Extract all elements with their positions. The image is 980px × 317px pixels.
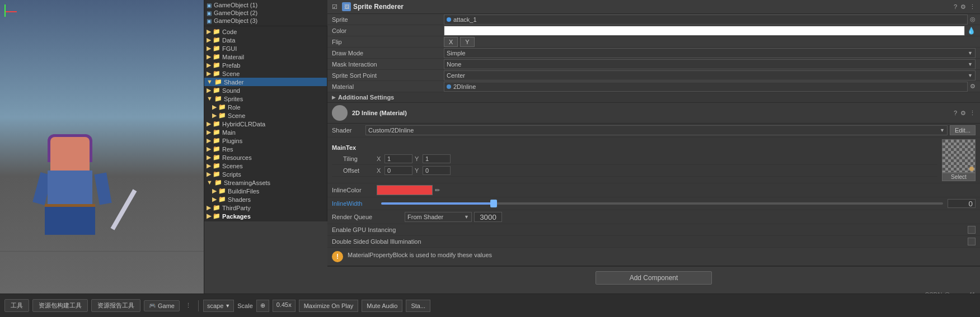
folder-streaming[interactable]: ▼ 📁 StreamingAssets: [204, 178, 327, 187]
material-dot: [447, 84, 451, 89]
material-help-icon[interactable]: ?: [954, 110, 957, 117]
offset-x-item: X: [377, 166, 412, 175]
flip-buttons: X Y: [444, 37, 475, 47]
scale-icon: ⊕: [260, 302, 265, 309]
offset-y-input[interactable]: [423, 166, 451, 175]
folder-role[interactable]: ▶ 📁 Role: [204, 103, 327, 111]
component-checkbox[interactable]: ☑: [332, 3, 337, 11]
folder-scene2[interactable]: ▶ 📁 Scene: [204, 111, 327, 120]
folder-prefab[interactable]: ▶ 📁 Prefab: [204, 61, 327, 69]
material-settings-icon[interactable]: ⚙: [970, 83, 976, 90]
gpu-instancing-checkbox[interactable]: [968, 226, 976, 234]
folder-plugins[interactable]: ▶ 📁 Plugins: [204, 136, 327, 145]
cube-icon: ▣: [207, 2, 212, 8]
asset-build-tab[interactable]: 资源包构建工具: [32, 299, 88, 312]
maximize-on-play-button[interactable]: Maximize On Play: [299, 300, 359, 312]
folder-fgui[interactable]: ▶ 📁 FGUI: [204, 44, 327, 53]
material-more-icon[interactable]: ⋮: [969, 110, 976, 117]
chevron-down-icon: ▼: [225, 303, 230, 309]
offset-y-item: Y: [415, 166, 451, 175]
material-label: Material: [332, 83, 444, 90]
stats-button[interactable]: Sta...: [406, 300, 430, 312]
edit-shader-button[interactable]: Edit...: [950, 125, 976, 135]
folder-buildinfiles[interactable]: ▶ 📁 BuildinFiles: [204, 187, 327, 195]
more-options-icon[interactable]: ⋮: [183, 302, 194, 309]
gameobject-item-3[interactable]: ▣ GameObject (3): [204, 17, 327, 25]
help-icon[interactable]: ?: [954, 3, 957, 11]
inline-color-row: InlineColor ✏: [327, 183, 980, 197]
settings-icon[interactable]: ⚙: [960, 3, 966, 11]
folder-shaders[interactable]: ▶ 📁 Shaders: [204, 195, 327, 204]
folder-sprites[interactable]: ▼ 📁 Sprites: [204, 94, 327, 103]
inline-color-swatch[interactable]: [377, 185, 433, 195]
render-queue-value[interactable]: [474, 212, 502, 222]
folder-resources[interactable]: ▶ 📁 Resources: [204, 153, 327, 162]
additional-settings-header[interactable]: ▶ Additional Settings: [327, 92, 980, 103]
scale-dropdown[interactable]: ⊕: [256, 300, 269, 312]
flip-y-button[interactable]: Y: [460, 37, 474, 47]
tiling-y-input[interactable]: [423, 154, 451, 163]
sprite-sort-point-dropdown[interactable]: Center ▼: [444, 70, 976, 81]
tiling-x-input[interactable]: [385, 154, 412, 163]
folder-sound[interactable]: ▶ 📁 Sound: [204, 86, 327, 94]
color-swatch[interactable]: [444, 26, 965, 36]
mute-audio-button[interactable]: Mute Audio: [362, 300, 402, 312]
cube-icon: ▣: [207, 18, 212, 24]
folder-hybridclr[interactable]: ▶ 📁 HybridCLRData: [204, 120, 327, 128]
scape-dropdown[interactable]: scape ▼: [203, 300, 234, 312]
folder-scripts[interactable]: ▶ 📁 Scripts: [204, 170, 327, 178]
gameobject-item-2[interactable]: ▣ GameObject (2): [204, 9, 327, 17]
folder-data[interactable]: ▶ 📁 Data: [204, 36, 327, 44]
folder-thirdparty[interactable]: ▶ 📁 ThirdParty: [204, 204, 327, 212]
sprite-target-icon[interactable]: ◎: [970, 16, 976, 23]
flip-x-button[interactable]: X: [444, 37, 458, 47]
inline-width-slider[interactable]: [381, 202, 943, 205]
folder-icon: ▶ 📁: [212, 196, 226, 203]
add-component-button[interactable]: Add Component: [595, 271, 712, 285]
game-tab[interactable]: 🎮 Game: [144, 300, 180, 311]
warning-text: MaterialPropertyBlock is used to modify …: [348, 251, 492, 259]
maintex-label: MainTex: [332, 144, 937, 151]
offset-x-input[interactable]: [385, 166, 412, 175]
material-settings-icon2[interactable]: ⚙: [960, 110, 966, 117]
folder-shader[interactable]: ▼ 📁 Shader: [204, 78, 327, 86]
double-sided-gi-checkbox[interactable]: [968, 238, 976, 245]
mask-interaction-value: None ▼: [444, 59, 976, 69]
color-eyedropper-icon[interactable]: 💧: [967, 27, 976, 35]
texture-thumbnail[interactable]: [942, 139, 976, 173]
eyedropper-icon[interactable]: ✏: [435, 187, 440, 194]
inspector-panel: ☑ 🖼 Sprite Renderer ? ⚙ ⋮ Sprite attack_…: [327, 0, 980, 294]
material-field[interactable]: 2DInline: [444, 82, 968, 92]
ground-line: [0, 251, 204, 252]
folder-scenes[interactable]: ▶ 📁 Scenes: [204, 162, 327, 170]
folder-scene[interactable]: ▶ 📁 Scene: [204, 69, 327, 78]
folder-icon: ▼ 📁: [207, 78, 222, 86]
flip-label: Flip: [332, 39, 444, 45]
sprite-field[interactable]: attack_1: [444, 15, 968, 25]
draw-mode-dropdown[interactable]: Simple ▼: [444, 48, 976, 58]
tools-tab[interactable]: 工具: [4, 299, 29, 312]
char-pants: [45, 207, 95, 235]
inline-width-input[interactable]: [948, 199, 976, 208]
header-icons: ? ⚙ ⋮: [954, 3, 976, 11]
slider-fill: [381, 202, 494, 205]
x-axis-label: X: [377, 155, 383, 162]
folder-code[interactable]: ▶ 📁 Code: [204, 27, 327, 36]
gameobject-list: ▣ GameObject (1) ▣ GameObject (2) ▣ Game…: [204, 0, 327, 26]
folder-icon: ▶ 📁: [212, 187, 226, 195]
more-icon[interactable]: ⋮: [969, 3, 976, 11]
folder-icon: ▶ 📁: [207, 212, 221, 220]
slider-thumb[interactable]: [490, 200, 497, 207]
folder-icon: ▶ 📁: [207, 162, 221, 169]
render-queue-dropdown[interactable]: From Shader ▼: [405, 212, 472, 222]
folder-packages[interactable]: ▶ 📁 Packages: [204, 212, 327, 220]
select-texture-button[interactable]: Select: [942, 173, 976, 181]
inline-color-label: InlineColor: [332, 187, 377, 193]
folder-materail[interactable]: ▶ 📁 Materail: [204, 53, 327, 61]
gameobject-item-1[interactable]: ▣ GameObject (1): [204, 1, 327, 9]
folder-main[interactable]: ▶ 📁 Main: [204, 128, 327, 136]
folder-res[interactable]: ▶ 📁 Res: [204, 145, 327, 153]
shader-dropdown[interactable]: Custom/2DInline ▼: [365, 125, 948, 135]
asset-report-tab[interactable]: 资源报告工具: [91, 299, 140, 312]
mask-interaction-dropdown[interactable]: None ▼: [444, 59, 976, 69]
